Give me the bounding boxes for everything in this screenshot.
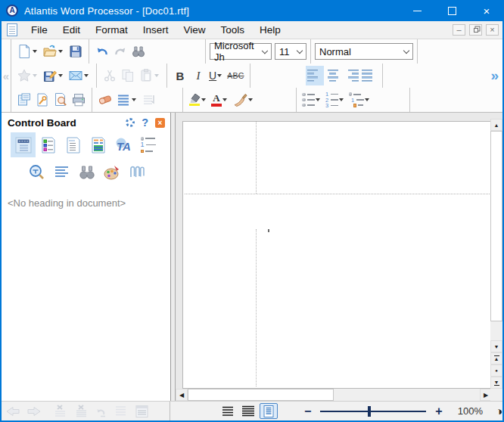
horizontal-scrollbar-trough[interactable]: [334, 389, 480, 401]
line-spacing-button[interactable]: [114, 90, 140, 110]
mdi-restore-button[interactable]: [469, 24, 482, 36]
tab-clips[interactable]: [124, 160, 149, 185]
tab-headings[interactable]: [11, 132, 36, 157]
next-page-button[interactable]: ▼: [490, 377, 502, 389]
bold-button[interactable]: B: [171, 66, 189, 85]
select-browse-object-button[interactable]: ●: [490, 365, 502, 377]
zoom-slider-handle[interactable]: [368, 406, 371, 417]
tab-numbering[interactable]: 1: [135, 132, 160, 157]
headings-tab-icon: [14, 136, 33, 154]
tab-fonts[interactable]: TA: [110, 132, 135, 157]
tab-paragraphs[interactable]: [49, 160, 74, 185]
nav-forward-icon: [26, 404, 42, 419]
view-draft-button[interactable]: [219, 403, 237, 419]
font-color-button[interactable]: A: [210, 90, 231, 110]
settings-gear-icon[interactable]: [126, 118, 135, 127]
multilevel-list-icon: 1: [349, 92, 364, 107]
menu-view[interactable]: View: [176, 21, 213, 39]
font-name-value: Microsoft Jh: [214, 40, 263, 63]
vertical-scrollbar[interactable]: ▲ ▼ ▲ ● ▼: [490, 119, 502, 389]
line-spacing-icon: [116, 92, 131, 107]
scroll-up-button[interactable]: ▲: [490, 119, 502, 131]
menu-help[interactable]: Help: [252, 21, 288, 39]
underline-button[interactable]: U: [207, 66, 226, 85]
cut-heading-icon: [51, 404, 68, 419]
vertical-scrollbar-trough[interactable]: [490, 321, 502, 340]
tab-zoom[interactable]: [24, 160, 49, 185]
new-document-button[interactable]: [15, 42, 41, 61]
favorites-button: [15, 66, 41, 85]
font-name-select[interactable]: Microsoft Jh: [210, 43, 272, 60]
document-page[interactable]: [182, 121, 492, 389]
color-scheme-icon[interactable]: ◑: [496, 405, 502, 417]
up-arrow-icon: ▲: [494, 356, 499, 361]
page-setup-button[interactable]: [15, 90, 33, 110]
view-page-layout-button[interactable]: [260, 403, 278, 419]
mdi-minimize-button[interactable]: –: [453, 24, 465, 36]
tab-fields[interactable]: [61, 132, 86, 157]
toolbar-more-button[interactable]: »: [490, 67, 499, 85]
tab-search[interactable]: [74, 160, 99, 185]
undo-move-icon: [94, 404, 107, 419]
minimize-button[interactable]: [400, 0, 434, 21]
previous-page-button[interactable]: ▲: [490, 352, 502, 365]
search-tab-icon: [78, 163, 96, 182]
italic-button[interactable]: I: [189, 66, 207, 85]
document-options-button[interactable]: [33, 90, 51, 110]
left-arrow-icon: ◀: [179, 392, 184, 399]
vertical-scrollbar-thumb[interactable]: [490, 131, 502, 321]
formatting-group: A: [183, 88, 297, 112]
bullets-button[interactable]: [300, 90, 324, 110]
format-painter-button[interactable]: [231, 90, 257, 110]
align-left-button[interactable]: [306, 66, 324, 85]
zoom-out-button[interactable]: −: [300, 405, 316, 417]
align-right-button[interactable]: [342, 66, 360, 85]
align-justify-button[interactable]: [360, 66, 378, 85]
save-button[interactable]: [67, 42, 85, 61]
highlight-button[interactable]: [187, 90, 210, 110]
eraser-button[interactable]: [96, 90, 114, 110]
tab-bookmarks[interactable]: [36, 132, 61, 157]
menu-tools[interactable]: Tools: [213, 21, 253, 39]
tab-colors[interactable]: [99, 160, 124, 185]
save-special-button[interactable]: [41, 66, 67, 85]
window-controls: ×: [400, 0, 504, 21]
zoom-tab-icon: [28, 163, 46, 182]
mdi-close-button[interactable]: ×: [486, 24, 499, 36]
eraser-icon: [98, 92, 113, 107]
style-select[interactable]: Normal: [315, 43, 413, 60]
undo-button[interactable]: [93, 42, 111, 61]
strikethrough-button[interactable]: ABC: [226, 66, 246, 85]
toolbar-scroll-left-button: «: [2, 39, 11, 112]
close-button[interactable]: ×: [469, 0, 504, 21]
menu-insert[interactable]: Insert: [135, 21, 176, 39]
multilevel-list-button[interactable]: 1: [347, 90, 373, 110]
print-preview-button[interactable]: [51, 90, 70, 110]
maximize-button[interactable]: [434, 0, 469, 21]
italic-label: I: [197, 70, 201, 82]
open-button[interactable]: [41, 42, 67, 61]
menu-edit[interactable]: Edit: [55, 21, 88, 39]
zoom-slider[interactable]: [320, 411, 426, 412]
document-system-icon[interactable]: [7, 23, 17, 36]
scroll-down-button[interactable]: ▼: [490, 340, 502, 352]
font-size-select[interactable]: 11: [275, 43, 306, 60]
tab-review[interactable]: [86, 132, 110, 157]
email-button[interactable]: [67, 66, 92, 85]
numbering-button[interactable]: 1 2 3: [324, 90, 347, 110]
print-button[interactable]: [70, 90, 88, 110]
open-folder-icon: [42, 44, 58, 59]
horizontal-scrollbar[interactable]: ◀ ▶: [176, 389, 492, 401]
help-icon[interactable]: ?: [142, 116, 148, 129]
headings-empty-message: <No heading in document>: [2, 185, 170, 222]
menu-file[interactable]: File: [23, 21, 55, 39]
scroll-left-button[interactable]: ◀: [176, 389, 188, 401]
control-board-tabs-row-1: TA 1: [2, 132, 170, 157]
view-online-button[interactable]: [239, 403, 257, 419]
find-button[interactable]: [129, 42, 148, 61]
panel-close-button[interactable]: ×: [155, 118, 165, 128]
zoom-in-button[interactable]: +: [431, 405, 446, 417]
align-center-button[interactable]: [324, 66, 342, 85]
menu-format[interactable]: Format: [88, 21, 135, 39]
horizontal-scrollbar-thumb[interactable]: [188, 389, 334, 401]
